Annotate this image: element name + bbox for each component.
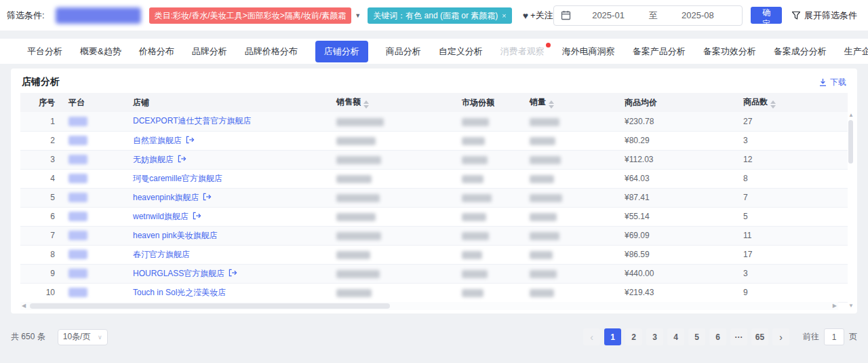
next-page-button[interactable]: › — [772, 328, 789, 345]
confirm-button[interactable]: 确定 — [751, 7, 782, 24]
sales-cell — [326, 264, 451, 283]
page-button-65[interactable]: 65 — [751, 328, 768, 345]
shop-cell: DCEXPORT迪仕艾普官方旗舰店 — [122, 112, 326, 131]
product-count-cell: 7 — [732, 188, 848, 207]
shop-link[interactable]: DCEXPORT迪仕艾普官方旗舰店 — [133, 116, 251, 126]
scroll-right-icon[interactable]: ▶ — [833, 303, 837, 309]
row-index: 1 — [20, 112, 58, 131]
chevron-down-icon[interactable]: ▼ — [355, 12, 361, 19]
platform-cell — [58, 226, 122, 245]
tab-备案产品分析[interactable]: 备案产品分析 — [633, 45, 686, 58]
shop-link[interactable]: 珂曼caremille官方旗舰店 — [133, 174, 222, 183]
quantity-cell — [519, 264, 614, 283]
tab-平台分析[interactable]: 平台分析 — [27, 45, 62, 58]
table-row: 6wetnwild旗舰店¥55.145 — [20, 207, 848, 226]
redacted-market-share — [462, 194, 492, 202]
redacted-quantity — [530, 213, 557, 221]
tab-海外电商洞察[interactable]: 海外电商洞察 — [562, 45, 615, 58]
shop-link[interactable]: heaven pink美妆旗舰店 — [133, 231, 218, 240]
download-icon — [818, 78, 827, 87]
goto-page: 前往 页 — [803, 328, 857, 345]
platform-cell — [58, 112, 122, 131]
expand-filters-button[interactable]: 展开筛选条件 — [791, 9, 857, 22]
page-button-3[interactable]: 3 — [646, 328, 663, 345]
tab-自定义分析[interactable]: 自定义分析 — [439, 45, 483, 58]
sales-cell — [326, 169, 451, 188]
sort-icon[interactable] — [549, 100, 554, 109]
avg-price-cell: ¥80.29 — [614, 131, 732, 150]
keyword-filter-tag[interactable]: 关键词：有色 and (面霜 or 素颜霜)× — [368, 7, 511, 24]
table-header-row: 序号平台店铺销售额市场份额销量商品均价商品数 — [20, 93, 848, 112]
redacted-platform — [68, 136, 87, 145]
scroll-down-icon[interactable]: ▼ — [847, 303, 855, 309]
tab-生产企业分析[interactable]: 生产企业分析 — [844, 45, 868, 58]
page-button-5[interactable]: 5 — [688, 328, 705, 345]
page-button-4[interactable]: 4 — [667, 328, 684, 345]
pagination-bar: 共 650 条 10条/页 ∨ ‹123456···65› 前往 页 — [11, 328, 857, 345]
follow-button[interactable]: ♥ +关注 — [523, 9, 553, 22]
close-icon[interactable]: × — [502, 12, 506, 20]
redacted-market-share — [462, 156, 488, 164]
tab-品牌价格分布[interactable]: 品牌价格分布 — [245, 45, 298, 58]
redacted-sales — [336, 175, 372, 183]
category-filter-tag[interactable]: 类目:彩妆/香水/美妆工具>面部彩妆>隔离/妆前/素颜霜 — [149, 7, 352, 24]
row-index: 10 — [20, 283, 58, 302]
column-header-市场份额: 市场份额 — [451, 93, 519, 112]
page-button-6[interactable]: 6 — [709, 328, 726, 345]
avg-price-cell: ¥219.43 — [614, 283, 732, 302]
page-size-value: 10条/页 — [63, 331, 91, 343]
tab-店铺分析[interactable]: 店铺分析 — [315, 41, 368, 62]
vertical-scroll-thumb[interactable] — [848, 120, 853, 164]
tab-价格分布[interactable]: 价格分布 — [139, 45, 174, 58]
tab-备案成分分析[interactable]: 备案成分分析 — [774, 45, 827, 58]
product-count-cell: 12 — [732, 150, 848, 169]
page-size-select[interactable]: 10条/页 ∨ — [58, 329, 108, 345]
redacted-market-share — [462, 289, 484, 297]
horizontal-scroll-thumb[interactable] — [30, 303, 390, 309]
vertical-scrollbar[interactable]: ▲ ▼ — [847, 112, 855, 309]
redacted-sales — [336, 137, 376, 145]
shop-link[interactable]: heavenpink旗舰店 — [133, 193, 199, 202]
column-header-销量[interactable]: 销量 — [519, 93, 614, 112]
page-button-2[interactable]: 2 — [625, 328, 642, 345]
sales-cell — [326, 207, 451, 226]
shop-link[interactable]: HOURGLASS官方旗舰店 — [133, 269, 224, 278]
goto-page-input[interactable] — [824, 328, 844, 345]
scroll-left-icon[interactable]: ◀ — [22, 303, 26, 309]
platform-cell — [58, 150, 122, 169]
shop-link[interactable]: wetnwild旗舰店 — [133, 212, 189, 221]
more-pages-button[interactable]: ··· — [730, 328, 747, 345]
redacted-market-share — [462, 232, 489, 240]
tab-概要&趋势[interactable]: 概要&趋势 — [80, 45, 121, 58]
date-end-input[interactable]: 2025-08 — [660, 10, 735, 20]
shop-link[interactable]: 无妨旗舰店 — [133, 155, 174, 164]
scroll-up-icon[interactable]: ▲ — [847, 112, 855, 119]
sort-icon[interactable] — [363, 100, 369, 109]
tab-商品分析[interactable]: 商品分析 — [386, 45, 421, 58]
horizontal-scrollbar[interactable]: ◀ ▶ — [20, 302, 838, 310]
column-header-商品数[interactable]: 商品数 — [732, 93, 848, 112]
redacted-sales — [336, 270, 380, 278]
row-index: 8 — [20, 245, 58, 264]
page-button-1[interactable]: 1 — [604, 328, 621, 345]
date-range-picker[interactable]: 2025-01 至 2025-08 — [553, 5, 743, 26]
redacted-sales — [336, 156, 381, 164]
download-button[interactable]: 下载 — [818, 77, 846, 88]
panel-header: 店铺分析 下载 — [11, 69, 857, 93]
shop-link[interactable]: Touch in Sol光之滢美妆店 — [133, 288, 226, 297]
market-share-cell — [451, 264, 519, 283]
table-row: 9HOURGLASS官方旗舰店¥440.003 — [20, 264, 848, 283]
shop-cell: HOURGLASS官方旗舰店 — [122, 264, 326, 283]
market-share-cell — [451, 188, 519, 207]
row-index: 6 — [20, 207, 58, 226]
redacted-quantity — [530, 251, 553, 259]
sort-icon[interactable] — [770, 100, 776, 109]
tab-备案功效分析[interactable]: 备案功效分析 — [703, 45, 756, 58]
shop-link[interactable]: 春汀官方旗舰店 — [133, 250, 190, 259]
column-header-销售额[interactable]: 销售额 — [326, 93, 451, 112]
column-header-店铺: 店铺 — [122, 93, 326, 112]
quantity-cell — [519, 112, 614, 131]
tab-品牌分析[interactable]: 品牌分析 — [192, 45, 227, 58]
shop-link[interactable]: 自然堂旗舰店 — [133, 136, 182, 145]
date-start-input[interactable]: 2025-01 — [571, 10, 646, 20]
